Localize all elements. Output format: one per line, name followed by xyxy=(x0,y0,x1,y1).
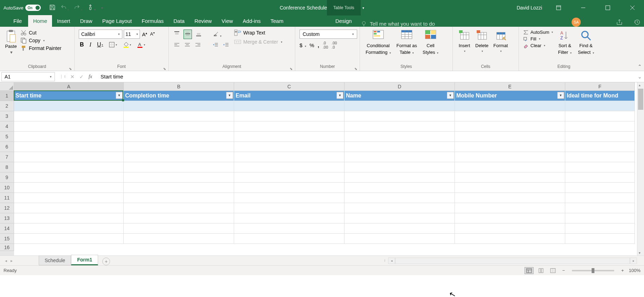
conditional-formatting-button[interactable]: Conditional Formatting ▾ xyxy=(364,30,392,56)
cell[interactable] xyxy=(234,213,344,223)
cell[interactable] xyxy=(124,132,234,142)
sheet-tab-schedule[interactable]: Schedule xyxy=(39,255,71,265)
cell[interactable] xyxy=(344,162,455,172)
next-sheet-icon[interactable]: ▸ xyxy=(11,258,13,263)
col-header-b[interactable]: B xyxy=(124,82,234,91)
tab-scroll-handle[interactable]: ⁞ xyxy=(384,259,385,263)
cell[interactable] xyxy=(455,132,565,142)
prev-sheet-icon[interactable]: ◂ xyxy=(5,258,7,263)
cell[interactable] xyxy=(565,183,635,193)
tab-page-layout[interactable]: Page Layout xyxy=(97,15,137,27)
tell-me-search[interactable]: Tell me what you want to do xyxy=(361,20,435,27)
clear-button[interactable]: Clear ▾ xyxy=(523,43,553,48)
col-header-a[interactable]: A xyxy=(14,82,124,91)
tab-design[interactable]: Design xyxy=(330,15,357,27)
cell[interactable] xyxy=(14,213,124,223)
cell[interactable] xyxy=(455,172,565,183)
sheet-nav[interactable]: ◂▸ xyxy=(0,258,18,263)
cell[interactable] xyxy=(234,193,344,203)
zoom-out-button[interactable]: − xyxy=(560,268,567,273)
filter-icon[interactable]: ▼ xyxy=(226,92,233,99)
cell[interactable] xyxy=(565,142,635,152)
underline-button[interactable]: U▾ xyxy=(96,41,104,49)
cell[interactable] xyxy=(14,101,124,111)
cell[interactable] xyxy=(455,234,565,244)
cell[interactable] xyxy=(14,152,124,162)
cell[interactable] xyxy=(344,152,455,162)
zoom-slider[interactable] xyxy=(572,270,614,271)
borders-button[interactable]: ▾ xyxy=(108,41,118,49)
comma-format-button[interactable]: , xyxy=(318,42,319,48)
cell[interactable] xyxy=(344,101,455,111)
col-header-f[interactable]: F xyxy=(565,82,635,91)
tab-home[interactable]: Home xyxy=(28,15,52,27)
cell[interactable] xyxy=(124,172,234,183)
vertical-scrollbar[interactable] xyxy=(637,82,644,255)
add-sheet-button[interactable]: + xyxy=(102,258,110,265)
align-bottom-button[interactable] xyxy=(195,30,202,39)
minimize-icon[interactable] xyxy=(575,0,591,15)
select-all-corner[interactable] xyxy=(0,82,14,91)
increase-decimal-button[interactable]: .0.00 xyxy=(323,41,328,49)
cell[interactable] xyxy=(344,172,455,183)
font-color-button[interactable]: A▾ xyxy=(136,41,146,49)
zoom-in-button[interactable]: + xyxy=(619,268,626,273)
history-icon[interactable] xyxy=(633,19,640,27)
cell[interactable] xyxy=(14,183,124,193)
share-icon[interactable] xyxy=(616,19,623,27)
cell[interactable] xyxy=(14,121,124,132)
align-left-button[interactable] xyxy=(173,41,181,50)
cell-styles-button[interactable]: Cell Styles ▾ xyxy=(421,30,440,56)
row-header[interactable]: 10 xyxy=(0,183,14,193)
font-dialog-launcher[interactable] xyxy=(163,65,167,70)
zoom-level[interactable]: 100% xyxy=(629,268,640,273)
table-header-cell[interactable]: Ideal time for Mond xyxy=(565,91,635,101)
cell[interactable] xyxy=(124,101,234,111)
align-right-button[interactable] xyxy=(194,41,202,50)
tab-draw[interactable]: Draw xyxy=(75,15,97,27)
cell[interactable] xyxy=(565,213,635,223)
cell[interactable] xyxy=(344,121,455,132)
table-tools-tab[interactable]: Table Tools xyxy=(327,0,361,15)
close-icon[interactable] xyxy=(624,0,640,15)
undo-icon[interactable]: ▾ xyxy=(60,4,69,12)
autosum-button[interactable]: AutoSum ▾ xyxy=(523,30,553,35)
formula-input[interactable]: Start time xyxy=(97,74,636,80)
cell[interactable] xyxy=(565,121,635,132)
table-header-cell[interactable]: Start time▼ xyxy=(14,91,124,101)
tab-insert[interactable]: Insert xyxy=(52,15,75,27)
cell[interactable] xyxy=(124,142,234,152)
tab-add-ins[interactable]: Add-ins xyxy=(238,15,266,27)
number-format-select[interactable]: Custom▾ xyxy=(300,30,357,39)
cell[interactable] xyxy=(124,183,234,193)
alignment-dialog-launcher[interactable] xyxy=(290,65,294,70)
cell[interactable] xyxy=(455,183,565,193)
cell[interactable] xyxy=(234,132,344,142)
cell[interactable] xyxy=(124,213,234,223)
tab-team[interactable]: Team xyxy=(265,15,288,27)
merge-center-button[interactable]: Merge & Center▾ xyxy=(234,39,282,45)
cell[interactable] xyxy=(455,101,565,111)
decrease-font-icon[interactable]: A▾ xyxy=(149,31,155,37)
copy-button[interactable]: Copy▾ xyxy=(20,37,62,44)
cell[interactable] xyxy=(344,193,455,203)
cell[interactable] xyxy=(455,142,565,152)
normal-view-button[interactable] xyxy=(524,267,534,274)
font-name-select[interactable]: Calibri▾ xyxy=(79,30,122,39)
cell[interactable] xyxy=(14,142,124,152)
decrease-decimal-button[interactable]: .00.0 xyxy=(331,41,337,49)
cut-button[interactable]: Cut xyxy=(20,30,62,36)
cell[interactable] xyxy=(344,111,455,121)
ribbon-display-icon[interactable] xyxy=(550,0,567,15)
scroll-left-icon[interactable]: ◂ xyxy=(388,258,395,264)
fill-color-button[interactable]: ▾ xyxy=(122,41,132,49)
cell[interactable] xyxy=(14,132,124,142)
cell[interactable] xyxy=(565,203,635,213)
cell[interactable] xyxy=(234,172,344,183)
cell[interactable] xyxy=(565,223,635,234)
cell[interactable] xyxy=(565,193,635,203)
cells-area[interactable]: Start time▼ Completion time▼ Email▼ Name… xyxy=(14,91,635,255)
percent-format-button[interactable]: % xyxy=(310,42,314,48)
col-header-e[interactable]: E xyxy=(455,82,565,91)
filter-icon[interactable]: ▼ xyxy=(557,92,564,99)
